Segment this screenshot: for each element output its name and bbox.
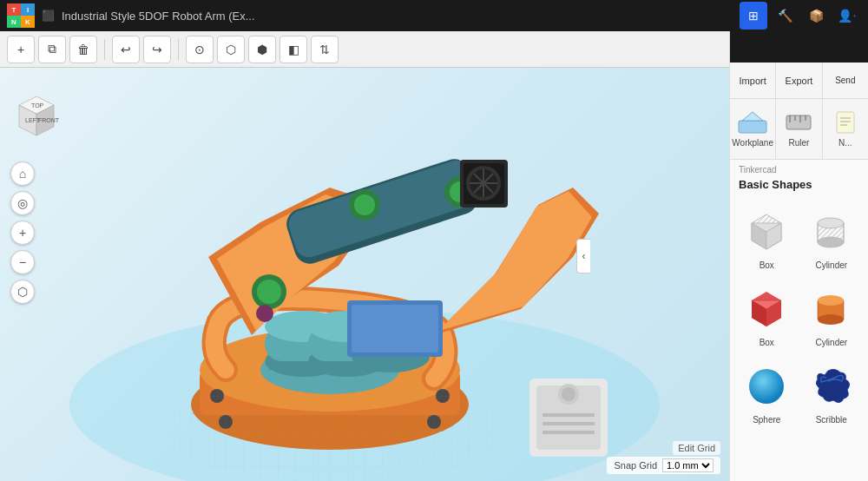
export-btn[interactable]: Export [776, 63, 822, 98]
send-btn[interactable]: Send [823, 63, 868, 98]
import-btn[interactable]: Import [730, 63, 776, 98]
right-panel: Import Export Send Workplane [729, 31, 868, 481]
edit-grid-label[interactable]: Edit Grid [673, 441, 720, 455]
topbar: T I N K ⬛ Industrial Style 5DOF Robot Ar… [0, 0, 868, 31]
main-area: + ⧉ 🗑 ↩ ↪ ⊙ ⬡ ⬢ ◧ ⇅ [0, 31, 868, 481]
perspective-btn[interactable]: ⬡ [10, 280, 35, 304]
zoom-in-btn[interactable]: + [10, 221, 35, 245]
logo-i: I [21, 3, 35, 16]
undo-btn[interactable]: ↩ [112, 36, 140, 63]
shape-box-gray[interactable]: Box [737, 201, 797, 273]
profile-btn[interactable]: 👤+ [833, 2, 861, 30]
ruler-label: Ruler [789, 138, 810, 148]
shapes-row-2: Box Cylinder [737, 279, 861, 351]
right-topbar [730, 31, 868, 63]
flip-tool[interactable]: ⇅ [311, 36, 339, 63]
project-title: Industrial Style 5DOF Robot Arm (Ex... [62, 10, 733, 23]
svg-text:FRONT: FRONT [38, 117, 60, 123]
box-gray-thumb [740, 205, 792, 257]
shapes-row-1: Box [737, 201, 861, 273]
scribble-thumb [806, 359, 858, 412]
cylinder-orange-label: Cylinder [815, 338, 847, 347]
vent3 [542, 431, 595, 434]
hammer-btn[interactable]: 🔨 [771, 2, 799, 30]
sphere-blue-thumb [740, 359, 792, 412]
box-red-label: Box [760, 338, 774, 347]
collapse-panel-btn[interactable]: ‹ [576, 239, 590, 273]
snap-grid-row: Snap Grid 1.0 mm 0.5 mm 2.0 mm [607, 457, 720, 474]
shape-cylinder-orange[interactable]: Cylinder [802, 279, 862, 351]
notes-label: N... [838, 138, 852, 148]
sphere-blue-label: Sphere [753, 415, 780, 425]
logo-n: N [7, 16, 21, 28]
white-box-fan-inner [562, 387, 575, 401]
mirror-tool[interactable]: ⬡ [217, 36, 245, 63]
shapes-grid: Box [730, 198, 868, 481]
shapes-category: Tinkercad [730, 160, 868, 176]
svg-rect-6 [739, 121, 766, 133]
shape-box-red[interactable]: Box [737, 279, 797, 351]
cylinder-gray-thumb [806, 205, 858, 257]
zoom-out-btn[interactable]: − [10, 250, 35, 274]
svg-point-25 [818, 237, 844, 247]
delete-btn[interactable]: 🗑 [69, 36, 97, 63]
ungroup-tool[interactable]: ◧ [279, 36, 307, 63]
servo2-inner [354, 194, 375, 215]
align-tool[interactable]: ⊙ [186, 36, 214, 63]
redo-btn[interactable]: ↪ [143, 36, 171, 63]
viewport-toolbar: + ⧉ 🗑 ↩ ↪ ⊙ ⬡ ⬢ ◧ ⇅ [0, 31, 729, 68]
workplane-icon [737, 110, 768, 135]
new-btn[interactable]: + [7, 36, 35, 63]
snap-grid-label: Snap Grid [614, 460, 657, 471]
notes-icon [830, 110, 861, 135]
logo-t: T [7, 3, 21, 16]
vent2 [542, 422, 595, 425]
box-gray-label: Box [760, 260, 774, 270]
main-arm-tube-highlight [286, 157, 480, 261]
home-btn[interactable]: ⌂ [10, 161, 35, 186]
box-red-thumb [740, 282, 792, 334]
logo-k: K [21, 16, 35, 28]
snap-grid-select[interactable]: 1.0 mm 0.5 mm 2.0 mm [662, 458, 713, 472]
viewport[interactable]: + ⧉ 🗑 ↩ ↪ ⊙ ⬡ ⬢ ◧ ⇅ [0, 31, 729, 481]
scene-background [0, 31, 729, 481]
svg-text:TOP: TOP [31, 102, 44, 109]
svg-rect-13 [837, 112, 854, 133]
blue-panel-inner [352, 305, 438, 353]
cylinder-orange-thumb [806, 282, 858, 334]
sep2 [178, 39, 179, 60]
group-tool[interactable]: ⬢ [248, 36, 276, 63]
left-controls: ⌂ ◎ + − ⬡ [10, 161, 35, 304]
grid-overlay [156, 379, 503, 481]
sep1 [104, 39, 105, 60]
shape-cylinder-gray[interactable]: Cylinder [802, 201, 862, 273]
ruler-icon [783, 110, 814, 135]
cylinder-gray-label: Cylinder [815, 260, 847, 270]
ruler-tool[interactable]: Ruler [776, 99, 822, 159]
svg-point-24 [818, 218, 844, 228]
svg-point-34 [818, 314, 844, 325]
workplane-label: Workplane [732, 138, 773, 148]
tools-row: Workplane Ruler [730, 99, 868, 160]
shapes-row-3: Sphere Scribble [737, 356, 861, 428]
box-btn[interactable]: 📦 [802, 2, 830, 30]
svg-marker-7 [742, 112, 763, 121]
servo1-inner [257, 280, 281, 304]
vent1 [542, 413, 595, 417]
notes-tool[interactable]: N... [823, 99, 868, 159]
nav-cube[interactable]: LEFT FRONT TOP [10, 92, 62, 144]
shape-sphere-blue[interactable]: Sphere [737, 356, 797, 428]
workplane-tool[interactable]: Workplane [730, 99, 776, 159]
scribble-label: Scribble [816, 415, 847, 425]
shapes-title: Basic Shapes [730, 176, 868, 198]
small-joint [256, 305, 273, 322]
shape-scribble[interactable]: Scribble [802, 356, 862, 428]
grid-view-btn[interactable]: ⊞ [740, 2, 767, 30]
copy-btn[interactable]: ⧉ [38, 36, 66, 63]
fit-btn[interactable]: ◎ [10, 191, 35, 215]
svg-point-37 [749, 369, 784, 404]
topbar-right-icons: ⊞ 🔨 📦 👤+ [740, 2, 861, 30]
svg-point-33 [818, 295, 844, 306]
action-row: Import Export Send [730, 63, 868, 99]
tinkercad-logo[interactable]: T I N K [7, 3, 35, 28]
